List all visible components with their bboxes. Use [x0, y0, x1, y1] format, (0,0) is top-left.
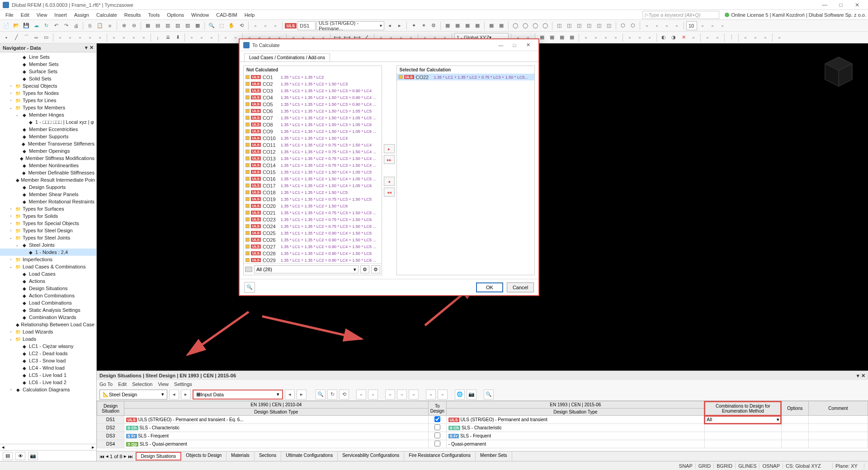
tree-item[interactable]: ◆LC1 - Ciężar własny	[0, 343, 96, 350]
print-button[interactable]: 🖨	[71, 21, 80, 30]
tool-b3[interactable]: ▦	[463, 21, 472, 30]
bp-tool-b[interactable]: ↻	[327, 390, 337, 400]
view-layout-1[interactable]: ▦	[143, 21, 152, 30]
tree-item[interactable]: ◆Member Nonlinearities	[0, 162, 96, 169]
tool-h2[interactable]: ▫	[708, 21, 717, 30]
tool-3i[interactable]: ▫	[611, 33, 620, 42]
tree-item[interactable]: ◆LC3 - Snow load	[0, 357, 96, 364]
grid-tool-2[interactable]: ▦	[547, 33, 557, 42]
move-all-right-button[interactable]: ▸▸	[384, 155, 395, 164]
tree-item[interactable]: ◆Load Combinations	[0, 299, 96, 306]
combination-row[interactable]: ULSCO111.35 * LC1 + 1.35 * LC2 + 0.75 * …	[244, 141, 382, 148]
tool-3r[interactable]: ⋮	[727, 33, 736, 42]
display-1-button[interactable]: ▫	[251, 21, 260, 30]
load-tool-1[interactable]: ↓	[153, 33, 162, 42]
tool-c2[interactable]: ▦	[497, 21, 506, 30]
tool-3j[interactable]: ▫	[625, 33, 634, 42]
table-row[interactable]: DS1ULS ULS (STR/GEO) - Permanent and tra…	[97, 416, 868, 424]
bp-tool-m[interactable]: 🔍	[484, 390, 494, 400]
tree-item[interactable]: ›Imperfections	[0, 256, 96, 263]
menu-file[interactable]: File	[2, 11, 17, 19]
input-data-combo[interactable]: ▦ Input Data ▾	[193, 390, 283, 400]
tree-item[interactable]: ◆LC4 - Wind load	[0, 364, 96, 371]
maximize-button[interactable]: □	[833, 0, 849, 9]
bp-prev[interactable]: ◂	[169, 390, 179, 400]
combination-row[interactable]: ULSCO221.35 * LC1 + 1.35 * LC2 + 0.75 * …	[397, 74, 535, 80]
combination-row[interactable]: ULSCO31.35 * LC1 + 1.35 * LC2 + 1.50 * L…	[244, 87, 382, 94]
tool-d4[interactable]: ◯	[541, 21, 550, 30]
tree-item[interactable]: ›Load Wizards	[0, 328, 96, 335]
open-file-button[interactable]: 📂	[12, 21, 21, 30]
dialog-minimize[interactable]: —	[494, 41, 508, 50]
bp-tool-j[interactable]: ▫	[438, 390, 448, 400]
combination-row[interactable]: ULSCO251.35 * LC1 + 1.35 * LC2 + 0.90 * …	[244, 230, 382, 236]
tool-h1[interactable]: ▫	[698, 21, 707, 30]
move-left-button[interactable]: ◂	[384, 177, 395, 186]
view-layout-5[interactable]: ▨	[183, 21, 192, 30]
combination-row[interactable]: ULSCO51.35 * LC1 + 1.35 * LC2 + 1.50 * L…	[244, 101, 382, 108]
bp-tool-c[interactable]: ⟲	[339, 390, 349, 400]
tool-3u[interactable]: ▫	[761, 33, 770, 42]
tool-b4[interactable]: ▦	[473, 21, 482, 30]
tool-e4[interactable]: ◫	[585, 21, 594, 30]
tree-item[interactable]: ◆Member Definable Stiffnesses	[0, 169, 96, 176]
tree-item[interactable]: ◆Member Result Intermediate Poin	[0, 176, 96, 183]
tool-3s[interactable]: ▫	[741, 33, 750, 42]
tab-materials[interactable]: Materials	[226, 452, 255, 461]
arc-tool[interactable]: ⌒	[22, 33, 31, 42]
number-field[interactable]: 10	[686, 21, 697, 30]
to-design-checkbox[interactable]	[434, 441, 440, 446]
tree-item[interactable]: ◆Member Supports	[0, 133, 96, 140]
paste-button[interactable]: 📋	[95, 21, 104, 30]
zoom-fit-button[interactable]: 🔍	[207, 21, 216, 30]
zoom-out-button[interactable]: ⊖	[129, 21, 138, 30]
tool-2k[interactable]: ▫	[197, 33, 206, 42]
tool-2g[interactable]: ▫	[119, 33, 128, 42]
tab-fire-resistance-configurations[interactable]: Fire Resistance Configurations	[404, 452, 476, 461]
cloud-button[interactable]: ☁	[32, 21, 41, 30]
tree-item[interactable]: ◆LC5 - Live load 1	[0, 371, 96, 379]
display-3-button[interactable]: ▫	[271, 21, 280, 30]
tool-g2[interactable]: ▫	[652, 21, 661, 30]
tree-item[interactable]: ◆Design Situations	[0, 285, 96, 292]
menu-options[interactable]: Options	[163, 11, 188, 19]
tab-design-situations[interactable]: Design Situations	[136, 452, 182, 461]
nav-display-button[interactable]: 👁	[15, 452, 25, 460]
tree-item[interactable]: ◆Member Openings	[0, 147, 96, 155]
tool-3g[interactable]: ▫	[591, 33, 600, 42]
tool-b1[interactable]: ▦	[443, 21, 452, 30]
cancel-button[interactable]: Cancel	[507, 282, 534, 292]
member-tool[interactable]: ═	[32, 33, 41, 42]
tree-item[interactable]: ◆Member Eccentricities	[0, 126, 96, 133]
view-layout-6[interactable]: ▩	[193, 21, 202, 30]
tree-item[interactable]: ⌄Types for Members	[0, 104, 96, 111]
tool-d1[interactable]: ◯	[511, 21, 520, 30]
pan-button[interactable]: ✋	[227, 21, 236, 30]
tree-item[interactable]: ◆Line Sets	[0, 53, 96, 61]
tree-item[interactable]: ◆Solid Sets	[0, 75, 96, 82]
zoom-in-button[interactable]: ⊕	[119, 21, 128, 30]
tree-item[interactable]: ›Types for Solids	[0, 212, 96, 220]
menu-assign[interactable]: Assign	[71, 11, 93, 19]
menu-results[interactable]: Results	[121, 11, 145, 19]
combination-row[interactable]: ULSCO191.35 * LC1 + 1.35 * LC2 + 0.75 * …	[244, 196, 382, 202]
rotate-button[interactable]: ⟲	[237, 21, 246, 30]
tool-e1[interactable]: ◫	[555, 21, 564, 30]
status-grid[interactable]: GRID	[696, 463, 714, 469]
tool-2l[interactable]: ▫	[207, 33, 216, 42]
bp-menu-settings[interactable]: Settings	[174, 381, 192, 387]
tool-3v[interactable]: ▫	[775, 33, 784, 42]
tool-d2[interactable]: ◯	[521, 21, 530, 30]
combination-row[interactable]: ULSCO41.35 * LC1 + 1.35 * LC2 + 1.50 * L…	[244, 94, 382, 101]
tree-item[interactable]: ›Types for Nodes	[0, 89, 96, 97]
dialog-titlebar[interactable]: To Calculate — □ ✕	[240, 39, 538, 51]
tool-2m[interactable]: ▫	[221, 33, 230, 42]
menu-window[interactable]: Window	[188, 11, 212, 19]
refresh-button[interactable]: ↻	[42, 21, 51, 30]
tree-item[interactable]: ◆Actions	[0, 277, 96, 285]
ok-button[interactable]: OK	[476, 282, 503, 292]
tool-3n[interactable]: ◑	[669, 33, 678, 42]
bp-close-icon[interactable]: ✕	[861, 373, 865, 379]
tool-2a[interactable]: ▫	[56, 33, 65, 42]
zoom-window-button[interactable]: ⬚	[217, 21, 226, 30]
